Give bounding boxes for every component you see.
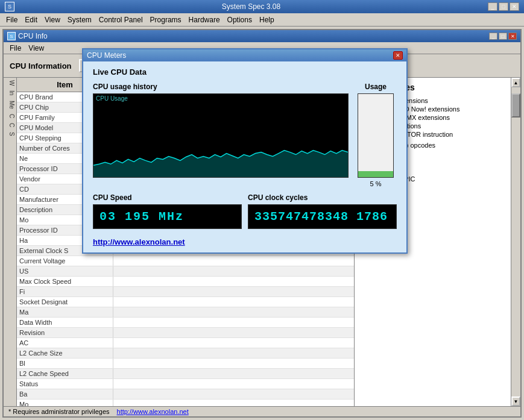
history-label: CPU usage history: [93, 83, 349, 91]
item-us: US: [17, 266, 113, 276]
item-current-voltage: Current Voltage: [17, 256, 113, 266]
table-row: AC: [17, 338, 354, 348]
details-l2-cache-size: [113, 348, 354, 358]
details-socket: [113, 297, 354, 307]
details-l2-cache-speed: [113, 369, 354, 378]
table-row: Ma: [17, 307, 354, 318]
scroll-thumb[interactable]: [511, 93, 520, 118]
inner-window: S CPU Info _ □ ✕ File View CPU Informati…: [2, 29, 522, 418]
scroll-track[interactable]: [511, 87, 520, 396]
menu-hardware[interactable]: Hardware: [185, 14, 224, 25]
table-row: US: [17, 266, 354, 277]
menu-bar: File Edit View System Control Panel Prog…: [0, 13, 524, 27]
menu-file[interactable]: File: [2, 14, 21, 25]
item-status: Status: [17, 379, 113, 389]
cpu-info-label: CPU Information: [10, 61, 72, 71]
inner-menu-view[interactable]: View: [25, 43, 48, 54]
table-row: Max Clock Speed: [17, 277, 354, 287]
history-graph: CPU Usage: [93, 93, 349, 178]
table-row: Mo: [17, 400, 354, 406]
sidebar-sc: S: [4, 130, 16, 139]
cpu-cycles-display: CPU clock cycles 335747478348 1786: [248, 193, 397, 229]
app-icon: S: [5, 2, 14, 11]
inner-title-bar: S CPU Info _ □ ✕: [4, 30, 520, 42]
table-row: Socket Designat: [17, 297, 354, 307]
details-max-clock: [113, 277, 354, 286]
details-data-width: [113, 318, 354, 327]
menu-options[interactable]: Options: [224, 14, 256, 25]
usage-percent: 5 %: [355, 180, 397, 187]
inner-close-button[interactable]: ✕: [508, 33, 517, 40]
item-ma: Ma: [17, 307, 113, 317]
footer: * Requires administrator privileges http…: [4, 406, 520, 416]
item-l2-cache-size: L2 Cache Size: [17, 348, 113, 358]
cpu-cycles-label: CPU clock cycles: [248, 193, 397, 202]
popup-footer: http://www.alexnolan.net: [83, 235, 406, 252]
item-max-clock: Max Clock Speed: [17, 277, 113, 286]
menu-system[interactable]: System: [64, 14, 95, 25]
title-bar: S System Spec 3.08 _ □ ✕: [0, 0, 524, 13]
maximize-button[interactable]: □: [499, 2, 508, 11]
minimize-button[interactable]: _: [488, 2, 497, 11]
cpu-speed-value: 03 195 MHz: [93, 204, 242, 229]
item-fi: Fi: [17, 287, 113, 296]
main-content: S CPU Info _ □ ✕ File View CPU Informati…: [0, 27, 524, 420]
item-bl: Bl: [17, 359, 113, 368]
details-ba: [113, 389, 354, 399]
live-cpu-label: Live CPU Data: [93, 67, 397, 77]
cpu-meters-main: CPU usage history CPU Usage: [93, 83, 397, 187]
close-button[interactable]: ✕: [510, 2, 519, 11]
inner-minimize-button[interactable]: _: [489, 33, 497, 40]
menu-programs[interactable]: Programs: [147, 14, 185, 25]
inner-app-icon: S: [7, 32, 16, 40]
history-graph-svg: [93, 94, 348, 177]
details-status: [113, 379, 354, 389]
usage-section: Usage 5 %: [355, 83, 397, 187]
table-row: L2 Cache Size: [17, 348, 354, 359]
table-row: Status: [17, 379, 354, 389]
item-mo2: Mo: [17, 400, 113, 406]
inner-menu-file[interactable]: File: [6, 43, 25, 54]
footer-note: * Requires administrator privileges: [8, 408, 110, 415]
history-section: CPU usage history CPU Usage: [93, 83, 349, 178]
table-row: L2 Cache Speed: [17, 369, 354, 379]
usage-bar-fill: [358, 171, 393, 177]
popup-title: CPU Meters: [87, 51, 126, 60]
menu-control-panel[interactable]: Control Panel: [95, 14, 147, 25]
scrollbar[interactable]: ▲ ▼: [511, 78, 520, 406]
details-mo2: [113, 400, 354, 406]
inner-title: CPU Info: [18, 32, 48, 40]
graph-label: CPU Usage: [96, 95, 128, 102]
table-row: Fi: [17, 287, 354, 297]
menu-help[interactable]: Help: [256, 14, 278, 25]
popup-content: Live CPU Data CPU usage history CPU Usag…: [83, 61, 406, 235]
table-row: Data Width: [17, 318, 354, 328]
item-socket: Socket Designat: [17, 297, 113, 307]
table-row: Ba: [17, 389, 354, 400]
details-bl: [113, 359, 354, 368]
sidebar-w: W: [4, 78, 16, 88]
inner-maximize-button[interactable]: □: [499, 33, 507, 40]
sidebar-me: Me: [4, 98, 16, 111]
item-l2-cache-speed: L2 Cache Speed: [17, 369, 113, 378]
scroll-down-button[interactable]: ▼: [511, 396, 520, 406]
item-ba: Ba: [17, 389, 113, 399]
popup-link[interactable]: http://www.alexnolan.net: [93, 237, 185, 246]
scroll-up-button[interactable]: ▲: [511, 78, 520, 87]
cpu-cycles-value: 335747478348 1786: [248, 204, 397, 229]
popup-close-button[interactable]: ✕: [393, 51, 403, 60]
usage-top-label: Usage: [355, 83, 397, 91]
menu-edit[interactable]: Edit: [21, 14, 41, 25]
details-fi: [113, 287, 354, 296]
details-ma: [113, 307, 354, 317]
table-row: Current Voltage: [17, 256, 354, 266]
footer-link[interactable]: http://www.alexnolan.net: [117, 408, 189, 415]
sidebar-in: In: [4, 88, 16, 98]
speed-section: CPU Speed 03 195 MHz CPU clock cycles 33…: [93, 193, 397, 229]
item-data-width: Data Width: [17, 318, 113, 327]
details-current-voltage: [113, 256, 354, 266]
cpu-speed-display: CPU Speed 03 195 MHz: [93, 193, 242, 229]
menu-view[interactable]: View: [41, 14, 64, 25]
cpu-speed-label: CPU Speed: [93, 193, 242, 202]
sidebar-cp1: C: [4, 111, 16, 121]
